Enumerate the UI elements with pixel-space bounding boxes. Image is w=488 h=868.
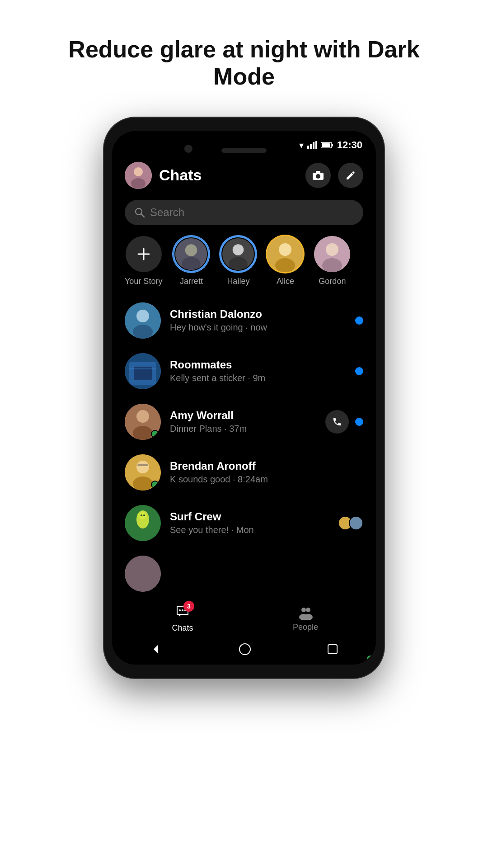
svg-line-15 [141,214,144,217]
roommates-avatar [125,353,161,389]
chat-item-amy[interactable]: Amy Worrall Dinner Plans · 37m [112,396,376,447]
roommates-unread [355,367,363,375]
amy-call-button[interactable] [325,410,349,434]
chat-item-brendan[interactable]: Brendan Aronoff K sounds good · 8:24am [112,447,376,498]
amy-name: Amy Worrall [170,409,316,422]
status-time: 12:30 [337,139,362,151]
user-avatar[interactable] [125,162,152,189]
story-item-gordon[interactable]: Gordon [314,236,350,286]
amy-avatar [125,404,161,440]
search-input[interactable] [150,206,353,219]
page-headline: Reduce glare at night with Dark Mode [0,0,488,118]
surf-crew-name: Surf Crew [170,510,329,523]
christian-avatar [125,302,161,339]
story-label-jarrett: Jarrett [180,277,203,286]
svg-point-50 [125,556,161,592]
camera-button[interactable] [305,163,331,188]
nav-item-people[interactable]: People [278,605,333,632]
compose-icon [345,170,356,181]
back-button[interactable] [150,643,163,656]
svg-point-51 [182,609,183,611]
compose-button[interactable] [338,163,363,188]
svg-rect-3 [315,141,317,149]
header-title: Chats [159,166,298,184]
people-icon [298,605,313,620]
amy-info: Amy Worrall Dinner Plans · 37m [170,409,316,434]
stories-row: Your Story Jarrett [112,232,376,295]
phone-mockup: ▾ 12:30 [104,118,384,678]
svg-rect-1 [310,144,312,149]
christian-right [355,316,363,325]
chats-nav-label: Chats [172,623,193,633]
story-item-your-story[interactable]: Your Story [125,236,162,286]
search-icon [135,208,145,217]
svg-point-25 [279,243,291,256]
recents-button[interactable] [327,644,338,655]
svg-rect-2 [313,142,314,149]
christian-unread [355,316,363,325]
svg-point-26 [275,258,295,272]
status-bar: ▾ 12:30 [112,131,376,155]
svg-rect-0 [307,146,309,149]
svg-point-47 [139,512,146,519]
svg-point-48 [141,514,142,516]
svg-point-22 [233,244,244,255]
people-nav-label: People [293,623,318,632]
speaker-grille [221,148,267,153]
svg-rect-44 [137,464,148,466]
surf-crew-group-avatars [338,516,363,530]
story-label-gordon: Gordon [319,277,346,286]
home-bar [112,638,376,665]
brendan-info: Brendan Aronoff K sounds good · 8:24am [170,460,354,485]
svg-point-8 [134,167,143,176]
svg-point-38 [136,410,149,423]
svg-point-54 [301,608,306,612]
svg-point-39 [133,426,153,440]
amy-unread [355,418,363,426]
search-bar[interactable] [125,200,363,225]
svg-point-12 [317,175,319,178]
amy-right [325,410,363,434]
svg-point-9 [131,178,145,189]
app-header: Chats [112,155,376,196]
christian-info: Christian Dalonzo Hey how's it going · n… [170,308,346,333]
svg-point-49 [143,514,145,516]
hailey-story-ring [220,236,256,272]
partial-avatar [125,556,161,592]
roommates-preview: Kelly sent a sticker · 9m [170,373,346,383]
chat-item-christian[interactable]: Christian Dalonzo Hey how's it going · n… [112,295,376,346]
story-label-your-story: Your Story [125,277,162,286]
roommates-info: Roommates Kelly sent a sticker · 9m [170,359,346,383]
phone-icon [332,417,342,427]
battery-icon [321,142,333,149]
roommates-right [355,367,363,375]
nav-item-chats[interactable]: 3 Chats [155,604,210,633]
wifi-icon: ▾ [299,140,304,151]
story-label-alice: Alice [277,277,294,286]
chat-item-surf-crew[interactable]: Surf Crew See you there! · Mon [112,498,376,548]
story-item-hailey[interactable]: Hailey [220,236,256,286]
surf-crew-right [338,516,363,530]
svg-rect-5 [332,144,333,146]
story-item-alice[interactable]: Alice [267,236,303,286]
svg-rect-60 [328,645,337,654]
brendan-preview: K sounds good · 8:24am [170,474,354,485]
story-item-jarrett[interactable]: Jarrett [173,236,209,286]
chat-item-partial [112,548,376,597]
svg-point-55 [306,608,310,612]
svg-rect-6 [322,143,330,147]
home-button[interactable] [239,643,251,656]
front-camera [184,145,192,153]
amy-preview: Dinner Plans · 37m [170,424,316,434]
chat-item-roommates[interactable]: Roommates Kelly sent a sticker · 9m [112,346,376,396]
svg-point-20 [182,257,201,270]
chat-list: Christian Dalonzo Hey how's it going · n… [112,295,376,597]
surf-crew-info: Surf Crew See you there! · Mon [170,510,329,535]
christian-name: Christian Dalonzo [170,308,346,321]
svg-point-29 [322,258,342,272]
amy-online-dot [151,430,159,438]
add-story-avatar [126,236,162,272]
roommates-name: Roommates [170,359,346,371]
bottom-nav: 3 Chats People [112,597,376,638]
brendan-name: Brendan Aronoff [170,460,354,472]
